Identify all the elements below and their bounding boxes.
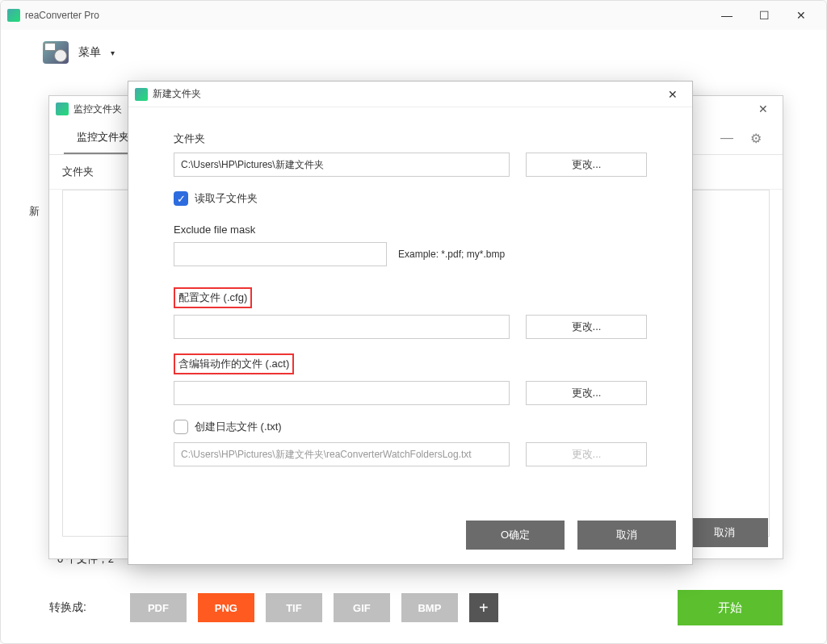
exclude-mask-example: Example: *.pdf; my*.bmp xyxy=(398,249,505,260)
add-format-button[interactable]: + xyxy=(469,593,498,622)
minimize-panel-icon[interactable]: — xyxy=(720,131,734,145)
read-subfolders-checkbox[interactable]: ✓ xyxy=(174,191,188,206)
log-change-button: 更改... xyxy=(526,442,647,466)
new-folder-body: 文件夹 更改... ✓ 读取子文件夹 Exclude file mask Exa… xyxy=(128,107,692,494)
folder-change-button[interactable]: 更改... xyxy=(526,153,647,177)
create-log-checkbox[interactable] xyxy=(174,420,188,434)
act-change-button[interactable]: 更改... xyxy=(526,381,647,405)
menu-row: 菜单 ▾ xyxy=(1,30,826,72)
exclude-mask-label: Exclude file mask xyxy=(174,224,647,236)
convert-bar: 转换成: PDF PNG TIF GIF BMP + 开始 xyxy=(49,590,783,625)
format-gif-button[interactable]: GIF xyxy=(334,593,390,622)
app-title: reaConverter Pro xyxy=(25,10,708,21)
format-bmp-button[interactable]: BMP xyxy=(401,593,458,622)
chevron-down-icon[interactable]: ▾ xyxy=(111,48,115,57)
folder-label: 文件夹 xyxy=(174,132,647,146)
start-button[interactable]: 开始 xyxy=(678,590,783,625)
window-controls: — ☐ ✕ xyxy=(708,2,820,28)
app-icon xyxy=(135,88,148,101)
ok-button[interactable]: O确定 xyxy=(466,521,565,550)
cfg-change-button[interactable]: 更改... xyxy=(526,315,647,339)
format-pdf-button[interactable]: PDF xyxy=(130,593,187,622)
main-titlebar: reaConverter Pro — ☐ ✕ xyxy=(1,1,826,30)
menu-icon xyxy=(43,41,69,64)
close-button[interactable]: ✕ xyxy=(783,2,820,28)
new-folder-title: 新建文件夹 xyxy=(153,87,660,101)
format-tif-button[interactable]: TIF xyxy=(266,593,322,622)
left-stub-label: 新 xyxy=(29,204,40,219)
new-folder-dialog: 新建文件夹 ✕ 文件夹 更改... ✓ 读取子文件夹 Exclude file … xyxy=(128,81,693,565)
format-png-button[interactable]: PNG xyxy=(198,593,254,622)
act-label: 含编辑动作的文件 (.act) xyxy=(174,353,647,374)
cancel-button[interactable]: 取消 xyxy=(577,521,676,550)
menu-label[interactable]: 菜单 xyxy=(78,45,101,60)
exclude-mask-input[interactable] xyxy=(174,242,387,266)
convert-label: 转换成: xyxy=(49,600,86,615)
act-path-input[interactable] xyxy=(174,381,510,405)
log-path-input xyxy=(174,442,510,466)
new-folder-titlebar: 新建文件夹 ✕ xyxy=(128,82,692,107)
folder-path-input[interactable] xyxy=(174,153,510,177)
close-icon[interactable]: ✕ xyxy=(750,102,776,115)
close-icon[interactable]: ✕ xyxy=(660,83,686,106)
gear-icon[interactable]: ⚙ xyxy=(749,131,763,145)
create-log-label: 创建日志文件 (.txt) xyxy=(195,420,282,434)
minimize-button[interactable]: — xyxy=(708,2,745,28)
app-icon xyxy=(7,9,20,22)
cfg-path-input[interactable] xyxy=(174,315,510,339)
maximize-button[interactable]: ☐ xyxy=(745,2,783,28)
column-folder: 文件夹 xyxy=(62,165,94,179)
watch-cancel-button[interactable]: 取消 xyxy=(681,518,768,547)
read-subfolders-label: 读取子文件夹 xyxy=(195,191,258,206)
cfg-label: 配置文件 (.cfg) xyxy=(174,287,647,308)
app-icon xyxy=(56,102,69,115)
